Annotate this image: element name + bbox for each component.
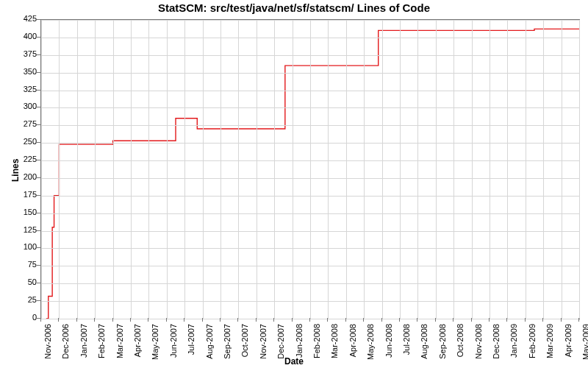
y-tick-label: 300 bbox=[15, 102, 37, 110]
x-tick-mark bbox=[381, 318, 382, 322]
y-tick-mark bbox=[37, 124, 40, 125]
y-tick-mark bbox=[37, 177, 40, 178]
y-tick-mark bbox=[37, 283, 40, 283]
grid-line bbox=[95, 20, 96, 319]
plot-area bbox=[40, 19, 580, 319]
y-tick-label: 350 bbox=[15, 67, 37, 76]
x-tick-label: Feb-2009 bbox=[528, 324, 537, 368]
x-tick-mark bbox=[453, 318, 453, 322]
grid-line bbox=[417, 20, 418, 319]
grid-line bbox=[274, 20, 275, 319]
grid-line bbox=[310, 20, 311, 319]
grid-line bbox=[472, 20, 473, 319]
x-tick-mark bbox=[184, 318, 184, 322]
y-tick-label: 25 bbox=[15, 295, 37, 304]
y-tick-label: 425 bbox=[15, 14, 37, 23]
x-tick-mark bbox=[58, 318, 59, 322]
y-tick-label: 325 bbox=[15, 85, 37, 93]
x-tick-mark bbox=[76, 318, 77, 322]
y-tick-label: 275 bbox=[15, 119, 37, 128]
x-tick-mark bbox=[345, 318, 346, 322]
x-tick-mark bbox=[327, 318, 328, 322]
y-tick-mark bbox=[37, 37, 40, 38]
x-tick-mark bbox=[561, 318, 562, 322]
x-tick-mark bbox=[471, 318, 472, 322]
x-tick-label: Apr-2009 bbox=[564, 324, 573, 368]
x-tick-label: Feb-2007 bbox=[97, 324, 106, 368]
grid-line bbox=[507, 20, 508, 319]
grid-line bbox=[526, 20, 526, 319]
x-tick-mark bbox=[363, 318, 364, 322]
x-tick-label: Jan-2009 bbox=[509, 324, 518, 368]
grid-line bbox=[328, 20, 329, 319]
x-tick-label: Jan-2008 bbox=[295, 324, 304, 368]
grid-line bbox=[220, 20, 221, 319]
grid-line bbox=[41, 319, 579, 319]
grid-line bbox=[579, 20, 580, 319]
grid-line bbox=[543, 20, 544, 319]
y-tick-label: 100 bbox=[15, 242, 37, 251]
grid-line bbox=[562, 20, 562, 319]
x-tick-mark bbox=[256, 318, 257, 322]
x-tick-mark bbox=[399, 318, 400, 322]
x-tick-label: Nov-2008 bbox=[474, 324, 483, 368]
x-tick-label: May-2008 bbox=[366, 324, 375, 368]
x-tick-label: Dec-2007 bbox=[276, 324, 285, 368]
x-tick-label: May-2009 bbox=[581, 324, 588, 368]
y-tick-mark bbox=[37, 90, 40, 91]
x-tick-mark bbox=[202, 318, 203, 322]
y-tick-label: 75 bbox=[15, 260, 37, 269]
x-tick-mark bbox=[148, 318, 148, 322]
x-tick-mark bbox=[525, 318, 526, 322]
y-tick-mark bbox=[37, 160, 40, 160]
x-tick-label: Sep-2008 bbox=[438, 324, 447, 368]
y-tick-label: 125 bbox=[15, 225, 37, 234]
y-tick-mark bbox=[37, 72, 40, 73]
x-tick-mark bbox=[273, 318, 274, 322]
chart-title: StatSCM: src/test/java/net/sf/statscm/ L… bbox=[0, 1, 588, 14]
x-tick-label: Jun-2007 bbox=[169, 324, 178, 368]
y-tick-mark bbox=[37, 230, 40, 231]
grid-line bbox=[400, 20, 401, 319]
x-tick-label: Nov-2007 bbox=[259, 324, 268, 368]
y-tick-label: 175 bbox=[15, 190, 37, 199]
grid-line bbox=[346, 20, 347, 319]
x-tick-label: Mar-2009 bbox=[545, 324, 554, 368]
y-tick-mark bbox=[37, 107, 40, 107]
x-tick-mark bbox=[578, 318, 579, 322]
y-tick-label: 375 bbox=[15, 49, 37, 58]
y-tick-label: 200 bbox=[15, 172, 37, 181]
grid-line bbox=[238, 20, 239, 319]
x-tick-label: Apr-2008 bbox=[348, 324, 357, 368]
grid-line bbox=[77, 20, 78, 319]
grid-line bbox=[453, 20, 454, 319]
x-tick-label: Aug-2007 bbox=[205, 324, 214, 368]
grid-line bbox=[364, 20, 365, 319]
x-tick-mark bbox=[130, 318, 131, 322]
x-tick-label: Feb-2008 bbox=[312, 324, 321, 368]
x-tick-mark bbox=[489, 318, 490, 322]
grid-line bbox=[131, 20, 132, 319]
grid-line bbox=[167, 20, 168, 319]
x-tick-label: Jun-2008 bbox=[384, 324, 393, 368]
y-tick-label: 50 bbox=[15, 277, 37, 286]
x-tick-label: Aug-2008 bbox=[420, 324, 429, 368]
x-tick-label: May-2007 bbox=[151, 324, 159, 368]
y-tick-label: 0 bbox=[15, 313, 37, 322]
grid-line bbox=[257, 20, 257, 319]
x-tick-label: Nov-2006 bbox=[43, 324, 52, 368]
x-tick-label: Mar-2008 bbox=[330, 324, 339, 368]
grid-line bbox=[113, 20, 114, 319]
x-tick-label: Dec-2008 bbox=[492, 324, 501, 368]
y-tick-mark bbox=[37, 54, 40, 55]
x-tick-label: Jul-2007 bbox=[187, 324, 196, 368]
x-tick-mark bbox=[166, 318, 167, 322]
x-tick-label: Oct-2007 bbox=[240, 324, 249, 368]
loc-chart: StatSCM: src/test/java/net/sf/statscm/ L… bbox=[0, 0, 588, 368]
y-tick-mark bbox=[37, 213, 40, 213]
x-tick-mark bbox=[542, 318, 543, 322]
x-tick-mark bbox=[40, 318, 41, 322]
x-tick-label: Jan-2007 bbox=[79, 324, 88, 368]
x-tick-mark bbox=[220, 318, 220, 322]
y-tick-mark bbox=[37, 195, 40, 196]
